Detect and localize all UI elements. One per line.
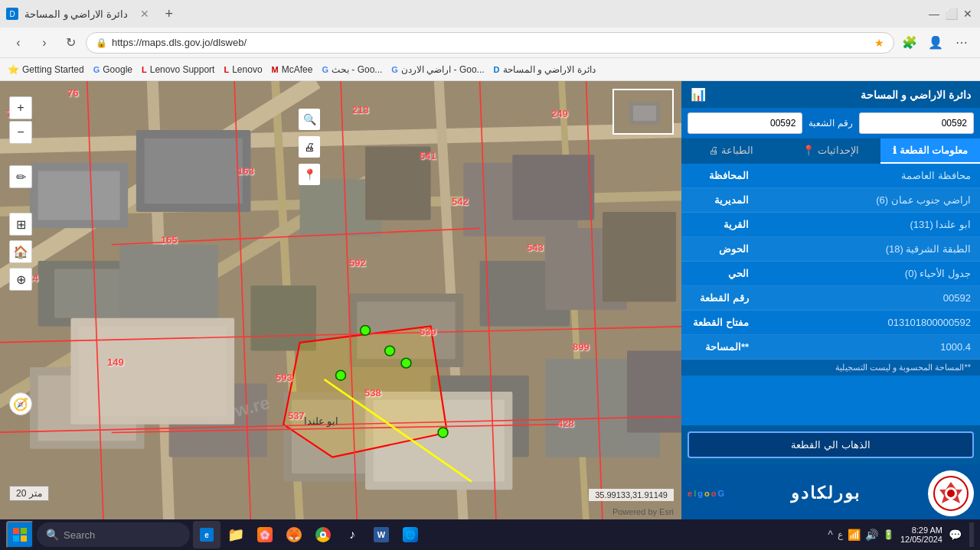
taskbar-app1-icon[interactable]: 🌸 (251, 521, 279, 548)
tab-coordinates[interactable]: الإحداثيات 📍 (781, 138, 880, 164)
profile-button[interactable]: 👤 (925, 32, 946, 54)
info-table: محافظة العاصمة المحافظة اراضي جنوب عمان … (681, 164, 980, 425)
svg-rect-12 (145, 138, 243, 203)
compass: 🧭 (9, 392, 32, 415)
taskbar-show-desktop-button[interactable] (969, 522, 974, 547)
minimize-button[interactable]: — (928, 8, 940, 20)
info-row-parcel-key: 013101800000592 مفتاح القطعة (681, 311, 980, 335)
print-map-button[interactable]: 🖨 (299, 136, 320, 158)
parcel-search-input-2[interactable] (688, 112, 802, 134)
panel-header-title: دائرة الاراضي و المساحة (861, 89, 971, 101)
svg-rect-19 (120, 245, 218, 327)
map-coordinates: 35.99133,31.91149 (589, 489, 674, 501)
directorate-label: المديرية (681, 188, 758, 212)
home-tool-button[interactable]: 🏠 (9, 240, 32, 263)
mini-map (612, 89, 674, 135)
taskbar-chrome-icon[interactable] (309, 521, 337, 548)
maximize-button[interactable]: ⬜ (945, 8, 957, 20)
extensions-button[interactable]: 🧩 (899, 32, 920, 54)
parcel-label-592: 592 (349, 257, 366, 268)
bookmark-dls[interactable]: D دائرة الاراضي و المساحة (494, 64, 596, 75)
parcel-label-537: 537 (288, 410, 305, 421)
svg-rect-64 (21, 528, 27, 534)
bookmark-getting-started[interactable]: ⭐ Getting Started (8, 64, 84, 75)
parcel-num-label: رقم القطعة (681, 286, 758, 310)
taskbar-file-manager-icon[interactable]: 📁 (222, 521, 250, 548)
goto-parcel-button[interactable]: الذهاب الي القطعة (688, 431, 974, 458)
map-scale: 20 متر (9, 486, 49, 501)
address-bar[interactable]: 🔒 https://maps.dls.gov.jo/dlsweb/ ★ (86, 32, 894, 54)
taskbar-arabic-icon: ع (838, 529, 843, 540)
location-map-button[interactable]: 📍 (299, 164, 320, 185)
taskbar-app2-icon[interactable]: 🌐 (397, 521, 424, 548)
pencil-tool-button[interactable]: ✏ (9, 165, 32, 188)
bookmark-mcafee[interactable]: M McAfee (272, 64, 313, 75)
svg-rect-25 (603, 212, 676, 302)
search-row: رقم الشعبة (681, 108, 980, 138)
search-separator: رقم الشعبة (805, 118, 855, 129)
map-tools: ✏ ⊞ 🏠 ⊕ (9, 165, 32, 291)
taskbar-sound-icon[interactable]: 🔊 (865, 529, 878, 541)
bookmark-search-ar[interactable]: G بحث - Goo... (322, 64, 382, 75)
area-value: 1000.4 (758, 335, 980, 359)
taskbar-chevron-icon[interactable]: ^ (828, 529, 833, 541)
taskbar-wifi-icon[interactable]: 📶 (848, 529, 861, 541)
svg-text:ابو علندا: ابو علندا (304, 415, 339, 428)
zoom-out-button[interactable]: − (9, 121, 32, 144)
taskbar-search-box[interactable]: 🔍 Search (37, 522, 190, 547)
panel-footer: الذهاب الي القطعة (681, 425, 980, 464)
svg-rect-65 (13, 535, 19, 542)
panel-logo: 📊 (691, 87, 706, 102)
village-value: ابو علندا (131) (758, 213, 980, 236)
bookmark-lenovo[interactable]: L Lenovo (224, 64, 262, 75)
parcel-search-input-1[interactable] (859, 112, 974, 134)
parcel-label-163: 163 (237, 165, 254, 177)
layers-tool-button[interactable]: ⊕ (9, 268, 32, 291)
svg-rect-58 (633, 106, 656, 121)
forward-button[interactable]: › (34, 32, 55, 54)
tab-close-icon[interactable]: ✕ (140, 8, 149, 20)
bookmark-lands-jo[interactable]: G اراضي الاردن - Goo... (391, 64, 484, 75)
tab-favicon: D (6, 8, 18, 20)
search-map-button[interactable]: 🔍 (299, 109, 320, 130)
map-container[interactable]: www.re ابو علندا 76 7 213 163 165 249 54… (0, 81, 681, 522)
village-label: القرية (681, 213, 758, 236)
taskbar-word-icon[interactable]: W (368, 521, 395, 548)
info-row-directorate: اراضي جنوب عمان (6) المديرية (681, 188, 980, 213)
content-area: www.re ابو علندا 76 7 213 163 165 249 54… (0, 81, 980, 522)
taskbar-notification-icon[interactable]: 💬 (949, 529, 962, 541)
tab-print[interactable]: الطباعة 🖨 (681, 138, 781, 164)
district-value: جدول الأحياء (0) (758, 262, 980, 285)
taskbar-tiktok-icon[interactable]: ♪ (338, 521, 366, 548)
settings-button[interactable]: ⋯ (951, 32, 972, 54)
measure-tool-button[interactable]: ⊞ (9, 213, 32, 236)
start-button[interactable] (6, 521, 34, 548)
taskbar-battery-icon[interactable]: 🔋 (883, 529, 894, 540)
area-note: **المساحة المحسوبة و ليست التسجيلية (681, 360, 980, 376)
parcel-label-538: 538 (364, 387, 381, 399)
new-tab-button[interactable]: + (158, 3, 180, 24)
bookmark-google[interactable]: G Google (93, 64, 132, 75)
parcel-label-541: 541 (420, 150, 436, 161)
refresh-button[interactable]: ↻ (60, 32, 81, 54)
taskbar-firefox-icon[interactable]: 🦊 (280, 521, 308, 548)
zoom-in-button[interactable]: + (9, 96, 32, 119)
back-button[interactable]: ‹ (8, 32, 29, 54)
parcel-label-899: 899 (573, 341, 590, 353)
taskbar-browser-icon[interactable]: e (193, 521, 220, 548)
powered-by-label: Powered by Esri (612, 507, 674, 516)
parcel-key-value: 013101800000592 (758, 311, 980, 334)
basin-value: الطبقة الشرقية (18) (758, 237, 980, 261)
svg-point-50 (385, 346, 395, 356)
bookmarks-bar: ⭐ Getting Started G Google L Lenovo Supp… (0, 58, 980, 81)
svg-point-49 (361, 325, 371, 335)
parcel-label-165: 165 (161, 234, 178, 246)
governorate-value: محافظة العاصمة (758, 164, 980, 187)
close-button[interactable]: ✕ (962, 8, 974, 20)
url-text: https://maps.dls.gov.jo/dlsweb/ (112, 37, 870, 48)
taskbar-search-icon: 🔍 (46, 529, 59, 541)
info-row-area: 1000.4 **المساحة (681, 335, 980, 360)
bookmark-lenovo-support[interactable]: L Lenovo Support (142, 64, 214, 75)
taskbar-search-label: Search (64, 529, 95, 541)
tab-parcel-info[interactable]: معلومات القطعة ℹ (880, 138, 980, 164)
